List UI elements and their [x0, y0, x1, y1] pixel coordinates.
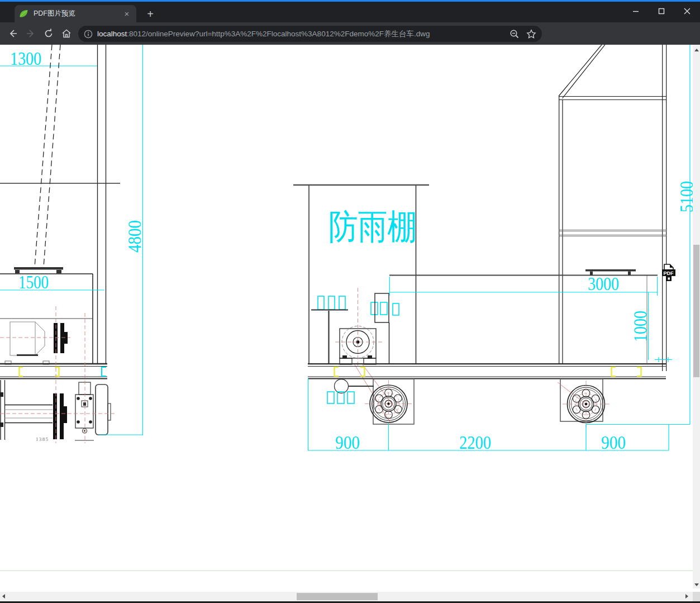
tab-close-icon[interactable]: × [122, 9, 132, 19]
left-wheel [365, 380, 412, 428]
browser-tab[interactable]: PDF图片预览 × [15, 5, 136, 22]
maximize-icon [658, 8, 665, 15]
window-controls [623, 0, 700, 22]
home-button[interactable] [58, 25, 75, 42]
reload-button[interactable] [40, 25, 57, 42]
dim-1000: 1000 [630, 311, 650, 342]
scroll-right-arrow-icon[interactable] [685, 594, 688, 599]
close-button[interactable] [674, 0, 700, 22]
new-tab-button[interactable]: + [144, 8, 156, 21]
bookmark-star-icon[interactable] [526, 29, 536, 39]
forward-icon [26, 29, 36, 39]
tab-title: PDF图片预览 [34, 9, 122, 18]
frame-beam [308, 364, 666, 378]
url-path: :8012/onlinePreview?url=http%3A%2F%2Floc… [127, 30, 430, 38]
url-host: localhost [97, 30, 127, 38]
titlebar: PDF图片预览 × + [0, 0, 700, 22]
minimize-button[interactable] [623, 0, 649, 22]
page-content: 1300 4800 1500 1385 防雨棚 900 2200 900 300… [0, 45, 700, 603]
dim-2200: 2200 [459, 432, 491, 453]
scroll-down-arrow-icon[interactable] [694, 583, 699, 586]
dim-3000: 3000 [588, 273, 619, 294]
left-view [0, 45, 143, 443]
browser-toolbar: localhost:8012/onlinePreview?url=http%3A… [0, 22, 700, 45]
zoom-indicator-icon[interactable] [509, 29, 520, 39]
dim-1385: 1385 [36, 436, 49, 442]
vertical-scrollbar-thumb[interactable] [693, 245, 699, 377]
dim-1500: 1500 [18, 272, 49, 292]
dim-900-right: 900 [601, 432, 626, 453]
maximize-button[interactable] [649, 0, 674, 22]
horizontal-scrollbar-thumb[interactable] [297, 593, 378, 600]
dim-4800: 4800 [124, 220, 145, 253]
dimension-lines [308, 45, 690, 450]
address-bar[interactable]: localhost:8012/onlinePreview?url=http%3A… [78, 26, 542, 42]
scrollbar-corner [693, 592, 700, 601]
scroll-up-arrow-icon[interactable] [694, 49, 699, 51]
back-button[interactable] [4, 25, 21, 42]
close-icon [684, 8, 691, 15]
canopy-label: 防雨棚 [328, 208, 417, 246]
home-icon [61, 29, 72, 39]
horizontal-scrollbar[interactable] [0, 592, 693, 601]
back-icon [8, 29, 18, 39]
dim-1300: 1300 [10, 48, 41, 69]
vertical-scrollbar[interactable] [693, 45, 700, 588]
right-wheel [558, 381, 609, 428]
pdf-badge-label: PDF [664, 270, 674, 276]
browser-window: PDF图片预览 × + [0, 0, 700, 603]
spring-leaf-favicon [19, 9, 28, 18]
forward-button[interactable] [22, 25, 39, 42]
pdf-float-button[interactable]: PDF [662, 264, 675, 281]
url-text[interactable]: localhost:8012/onlinePreview?url=http%3A… [97, 29, 509, 39]
page-info-icon[interactable] [84, 30, 93, 39]
window-top-accent [0, 0, 700, 2]
reload-icon [44, 29, 54, 39]
minimize-icon [632, 8, 639, 15]
scroll-left-arrow-icon[interactable] [2, 594, 5, 599]
bogies [327, 379, 609, 428]
cad-drawing-canvas: 1300 4800 1500 1385 防雨棚 900 2200 900 300… [0, 45, 700, 590]
dim-900-left: 900 [335, 432, 360, 453]
